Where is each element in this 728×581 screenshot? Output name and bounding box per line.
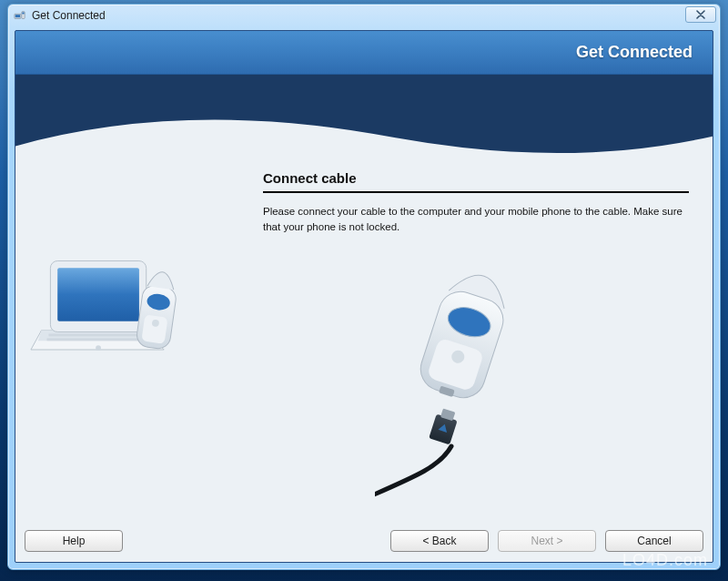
button-bar: Help < Back Next > Cancel	[15, 524, 713, 558]
svg-rect-3	[22, 13, 24, 15]
titlebar: Get Connected	[8, 5, 720, 26]
client-area: Get Connected Connect cable Please conne…	[15, 30, 713, 563]
svg-point-9	[96, 345, 101, 351]
header-band: Get Connected	[15, 31, 713, 75]
help-button[interactable]: Help	[25, 530, 123, 552]
svg-rect-11	[47, 338, 152, 341]
back-button-label: < Back	[422, 535, 456, 547]
heading-underline	[263, 191, 689, 193]
cancel-button[interactable]: Cancel	[605, 530, 703, 552]
section-heading: Connect cable	[263, 170, 357, 186]
illustration-phone-cable	[375, 273, 557, 501]
next-button-label: Next >	[531, 535, 562, 547]
instruction-text: Please connect your cable to the compute…	[263, 204, 694, 234]
app-window: Get Connected Get Connected Connect cabl…	[7, 4, 721, 570]
window-title: Get Connected	[32, 9, 106, 22]
svg-rect-14	[141, 314, 167, 343]
page-title: Get Connected	[576, 43, 693, 62]
svg-rect-1	[15, 15, 20, 17]
help-button-label: Help	[63, 535, 86, 547]
close-icon	[696, 10, 705, 19]
illustration-laptop-phone	[29, 243, 207, 371]
svg-rect-10	[48, 333, 146, 336]
app-icon	[14, 9, 26, 22]
back-button[interactable]: < Back	[390, 530, 489, 552]
stage: Connect cable Please connect your cable …	[15, 75, 713, 562]
cancel-button-label: Cancel	[637, 535, 671, 547]
close-button[interactable]	[685, 6, 716, 23]
next-button: Next >	[498, 530, 596, 552]
svg-rect-8	[57, 268, 139, 321]
